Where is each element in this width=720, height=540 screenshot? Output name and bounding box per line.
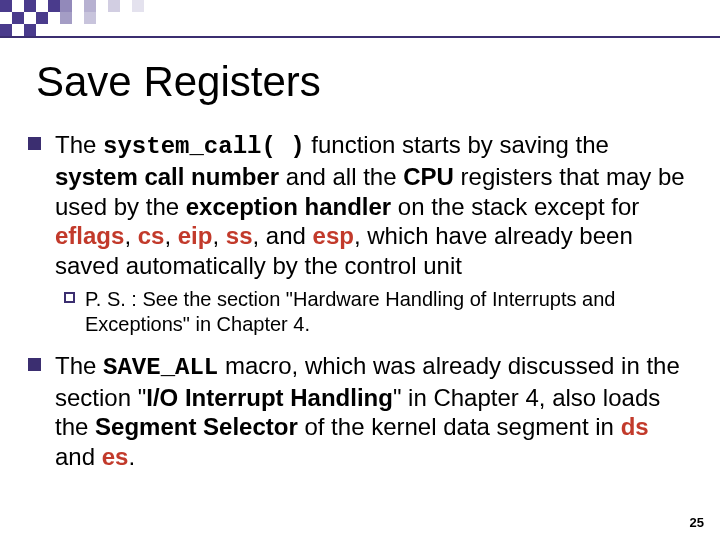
slide-number: 25	[690, 515, 704, 530]
sub-bullet-1: P. S. : See the section "Hardware Handli…	[64, 287, 692, 337]
bullet-2-text: The SAVE_ALL macro, which was already di…	[55, 351, 692, 472]
bullet-1-text: The system_call( ) function starts by sa…	[55, 130, 692, 281]
hollow-square-bullet-icon	[64, 292, 75, 303]
decorative-header	[0, 0, 720, 44]
code-system-call: system_call( )	[103, 133, 305, 160]
sub-bullet-1-text: P. S. : See the section "Hardware Handli…	[85, 287, 692, 337]
square-bullet-icon	[28, 137, 41, 150]
square-bullet-icon	[28, 358, 41, 371]
slide-body: The system_call( ) function starts by sa…	[28, 130, 692, 478]
bullet-1: The system_call( ) function starts by sa…	[28, 130, 692, 281]
bullet-2: The SAVE_ALL macro, which was already di…	[28, 351, 692, 472]
code-save-all: SAVE_ALL	[103, 354, 218, 381]
slide-title: Save Registers	[36, 58, 321, 106]
